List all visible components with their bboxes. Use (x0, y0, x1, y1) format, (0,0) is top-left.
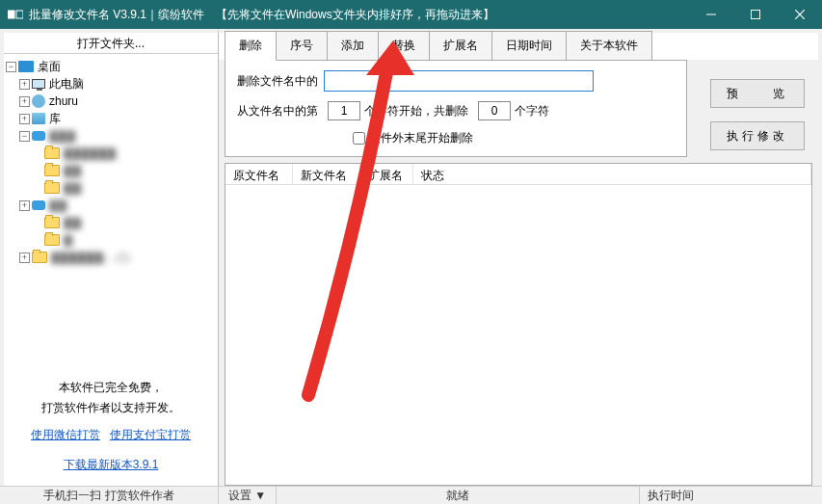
tree-item[interactable]: +▇▇ (6, 197, 216, 214)
tree-item[interactable]: ▇ (6, 231, 216, 249)
tree-label: ▇▇ (49, 199, 66, 212)
tree-label: ▇▇▇ (49, 129, 75, 143)
window-title: 批量修改文件名 V3.9.1｜缤纷软件 (29, 7, 204, 23)
download-latest-link[interactable]: 下载最新版本3.9.1 (64, 458, 159, 471)
expand-icon[interactable]: + (19, 79, 30, 90)
expand-icon[interactable]: + (19, 96, 30, 107)
delete-substring-label: 删除文件名中的 (237, 73, 318, 90)
open-folder-header[interactable]: 打开文件夹... (4, 33, 218, 54)
svg-rect-1 (16, 11, 23, 18)
svg-rect-0 (8, 11, 14, 18)
pc-icon (32, 79, 45, 89)
user-icon (32, 94, 45, 108)
settings-menu[interactable]: 设置 ▼ (219, 487, 277, 504)
status-bar: 手机扫一扫 打赏软件作者 设置 ▼ 就绪 执行时间 (0, 486, 822, 504)
donate-alipay-link[interactable]: 使用支付宝打赏 (110, 428, 191, 441)
col-ext[interactable]: 扩展名 (360, 164, 413, 184)
tree-item[interactable]: ▇▇ (6, 214, 216, 231)
grid-header: 原文件名 新文件名 扩展名 状态 (225, 164, 811, 185)
tree-label: ▇▇ (64, 216, 81, 229)
tab-delete[interactable]: 删除 (225, 31, 277, 61)
tree-label: ▇▇▇▇▇▇ (64, 146, 116, 160)
expand-icon[interactable]: + (19, 200, 30, 211)
tree-label: 桌面 (38, 59, 61, 75)
tree-label: ▇▇ (64, 181, 81, 195)
tab-add[interactable]: 添加 (327, 31, 379, 60)
promo-text: 本软件已完全免费， (12, 378, 210, 399)
delete-count-label: 个字符开始，共删除 (364, 103, 468, 119)
tree-label: ▇▇▇▇▇▇... (1) (51, 251, 130, 264)
tree-label: 库 (49, 111, 61, 127)
file-grid[interactable]: 原文件名 新文件名 扩展名 状态 (225, 163, 812, 486)
tab-content: 删除文件名中的 从文件名中的第 个字符开始，共删除 个字符 文件外末尾开始删除 (225, 60, 687, 157)
promo-text: 打赏软件作者以支持开发。 (12, 398, 210, 419)
collapse-icon[interactable]: − (19, 131, 30, 142)
tree-item[interactable]: ▇▇ (6, 179, 216, 197)
folder-icon (44, 217, 60, 228)
tab-bar: 删除 序号 添加 替换 扩展名 日期时间 关于本软件 (219, 33, 818, 60)
donate-wechat-link[interactable]: 使用微信打赏 (31, 428, 100, 441)
tree-item[interactable]: −▇▇▇ (6, 127, 216, 145)
tree-item[interactable]: +此电脑 (6, 75, 216, 93)
close-button[interactable] (778, 0, 822, 29)
library-icon (32, 113, 45, 124)
from-end-label: 文件外末尾开始删除 (369, 130, 473, 146)
folder-icon (32, 252, 47, 263)
maximize-button[interactable] (733, 0, 778, 29)
svg-rect-3 (752, 11, 760, 19)
folder-tree[interactable]: −桌面 +此电脑 +zhuru +库 −▇▇▇ ▇▇▇▇▇▇ ▇▇ ▇▇ +▇▇… (4, 54, 218, 368)
col-original[interactable]: 原文件名 (225, 164, 293, 184)
tab-replace[interactable]: 替换 (378, 31, 430, 60)
desktop-icon (18, 61, 34, 72)
left-panel: 打开文件夹... −桌面 +此电脑 +zhuru +库 −▇▇▇ ▇▇▇▇▇▇ … (0, 29, 219, 486)
minimize-button[interactable] (689, 0, 733, 29)
tab-datetime[interactable]: 日期时间 (491, 31, 567, 60)
exec-time-label: 执行时间 (639, 487, 822, 504)
titlebar: 批量修改文件名 V3.9.1｜缤纷软件 【先将文件在Windows文件夹内排好序… (0, 0, 822, 29)
collapse-icon[interactable]: − (6, 62, 16, 72)
scan-qr-label[interactable]: 手机扫一扫 打赏软件作者 (0, 487, 219, 504)
tree-label: zhuru (49, 94, 78, 108)
tree-item[interactable]: ▇▇ (6, 162, 216, 179)
cloud-icon (32, 200, 45, 210)
tree-item[interactable]: +库 (6, 110, 216, 127)
chars-suffix-label: 个字符 (515, 103, 549, 119)
tab-sequence[interactable]: 序号 (276, 31, 328, 60)
col-status[interactable]: 状态 (413, 164, 811, 184)
window-hint: 【先将文件在Windows文件夹内排好序，再拖动进来】 (216, 7, 494, 23)
promo-block: 本软件已完全免费， 打赏软件作者以支持开发。 使用微信打赏 使用支付宝打赏 下载… (4, 368, 218, 486)
tree-item[interactable]: ▇▇▇▇▇▇ (6, 145, 216, 162)
app-icon (8, 9, 23, 20)
folder-icon (44, 182, 60, 194)
folder-icon (44, 165, 60, 176)
expand-icon[interactable]: + (19, 114, 30, 124)
right-panel: 预 览 执行修改 删除 序号 添加 替换 扩展名 日期时间 关于本软件 删除文件… (219, 29, 822, 486)
execute-button[interactable]: 执行修改 (710, 121, 805, 150)
delete-from-label: 从文件名中的第 (237, 103, 318, 119)
expand-icon[interactable]: + (19, 252, 30, 263)
status-ready: 就绪 (277, 488, 639, 504)
tree-root[interactable]: −桌面 (6, 58, 216, 75)
tab-extension[interactable]: 扩展名 (429, 31, 492, 60)
cloud-icon (32, 131, 45, 141)
from-end-checkbox[interactable] (353, 132, 365, 145)
tree-item[interactable]: +zhuru (6, 93, 216, 110)
preview-button[interactable]: 预 览 (710, 79, 805, 108)
tree-label: ▇▇ (64, 164, 81, 177)
folder-icon (44, 147, 60, 159)
col-new[interactable]: 新文件名 (293, 164, 360, 184)
folder-icon (44, 234, 60, 246)
delete-count-spinner[interactable] (478, 101, 511, 120)
tree-item[interactable]: +▇▇▇▇▇▇... (1) (6, 249, 216, 266)
tree-label: 此电脑 (49, 76, 84, 93)
tab-about[interactable]: 关于本软件 (566, 31, 652, 60)
start-char-spinner[interactable] (328, 101, 360, 120)
delete-substring-input[interactable] (324, 70, 594, 92)
tree-label: ▇ (64, 233, 72, 247)
